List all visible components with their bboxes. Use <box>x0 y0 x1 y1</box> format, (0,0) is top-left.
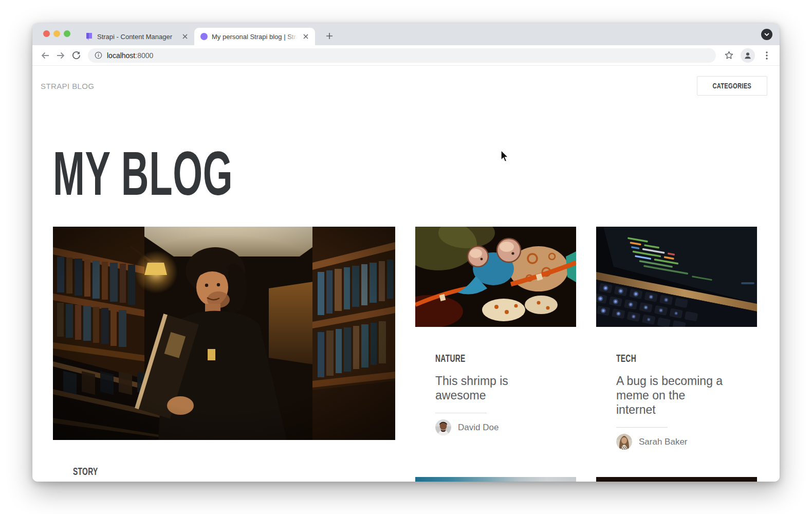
posts-grid: STORY <box>53 227 757 482</box>
post-title[interactable]: This shrimp is awesome <box>435 374 544 402</box>
back-button[interactable] <box>38 48 53 63</box>
post-image-food-partial[interactable] <box>596 477 757 482</box>
post-card-featured[interactable]: STORY <box>53 227 395 477</box>
traffic-lights <box>43 30 70 37</box>
page-info-icon[interactable] <box>95 51 102 59</box>
tab-close-icon[interactable] <box>302 32 310 41</box>
url-value[interactable]: localhost:8000 <box>107 51 153 60</box>
forward-button[interactable] <box>53 48 68 63</box>
arrow-right-icon <box>56 50 66 61</box>
post-card-partial-blue[interactable] <box>415 477 576 482</box>
categories-button[interactable]: CATEGORIES <box>697 76 767 96</box>
post-category: TECH <box>616 353 736 363</box>
post-image-blue-partial[interactable] <box>415 477 576 482</box>
browser-menu-button[interactable] <box>759 48 774 63</box>
author-row: David Doe <box>435 419 556 435</box>
post-image-shrimp[interactable] <box>415 227 576 327</box>
author-row: Sarah Baker <box>616 434 736 450</box>
blog-page: STRAPI BLOG CATEGORIES MY BLOG <box>32 66 780 482</box>
window-close-button[interactable] <box>43 30 50 37</box>
post-title[interactable]: A bug is becoming a meme on the internet <box>616 374 725 417</box>
post-image-library[interactable] <box>53 227 395 440</box>
avatar-sarah-baker <box>616 434 632 450</box>
browser-toolbar: localhost:8000 <box>32 45 780 66</box>
post-category: NATURE <box>435 353 556 363</box>
tab-my-personal-strapi-blog[interactable]: My personal Strapi blog | Strap <box>194 28 315 45</box>
page-title: MY BLOG <box>53 142 780 204</box>
profile-button[interactable] <box>741 48 755 63</box>
blog-favicon-icon <box>200 33 208 40</box>
tab-close-icon[interactable] <box>181 32 189 41</box>
reload-icon <box>71 50 81 60</box>
author-name: Sarah Baker <box>639 437 688 447</box>
address-bar[interactable]: localhost:8000 <box>88 48 716 63</box>
divider <box>435 413 487 413</box>
chevron-down-icon <box>764 33 769 36</box>
site-brand[interactable]: STRAPI BLOG <box>41 82 94 90</box>
divider <box>616 427 668 428</box>
post-image-laptop[interactable] <box>596 227 757 327</box>
tab-search-button[interactable] <box>761 29 772 40</box>
strapi-favicon-icon <box>85 32 93 41</box>
reload-button[interactable] <box>68 48 84 63</box>
categories-button-label: CATEGORIES <box>713 82 752 90</box>
tab-title: Strapi - Content Manager <box>97 33 172 41</box>
site-header: STRAPI BLOG CATEGORIES <box>32 66 780 106</box>
post-card-partial-food[interactable] <box>596 477 757 482</box>
bookmark-button[interactable] <box>721 48 736 63</box>
window-zoom-button[interactable] <box>64 30 70 37</box>
new-tab-button[interactable] <box>322 29 337 43</box>
star-icon <box>724 50 734 60</box>
post-card-tech[interactable]: TECH A bug is becoming a meme on the int… <box>596 227 757 477</box>
browser-window: Strapi - Content Manager My personal Str… <box>32 23 780 482</box>
author-name: David Doe <box>458 423 499 433</box>
plus-icon <box>326 32 333 40</box>
person-icon <box>743 51 752 60</box>
tab-strapi-content-manager[interactable]: Strapi - Content Manager <box>79 28 194 45</box>
window-minimize-button[interactable] <box>53 30 60 37</box>
screenshot-stage: Strapi - Content Manager My personal Str… <box>0 0 812 514</box>
tab-bar: Strapi - Content Manager My personal Str… <box>32 23 780 45</box>
kebab-menu-icon <box>766 51 768 60</box>
post-category: STORY <box>73 466 375 476</box>
avatar-david-doe <box>435 419 451 435</box>
arrow-left-icon <box>40 50 50 61</box>
tab-title: My personal Strapi blog | Strap <box>212 33 298 41</box>
post-card-shrimp[interactable]: NATURE This shrimp is awesome <box>415 227 576 477</box>
